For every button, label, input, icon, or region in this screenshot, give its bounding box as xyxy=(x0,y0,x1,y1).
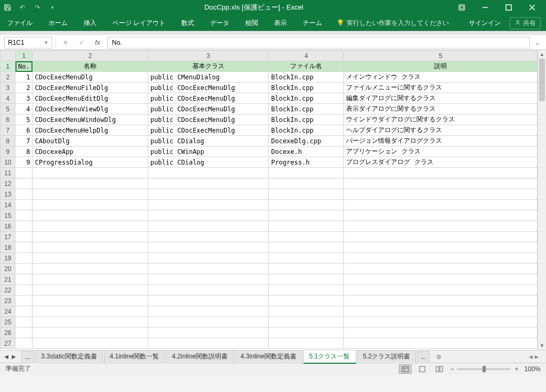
row-header[interactable]: 11 xyxy=(1,168,15,178)
cell[interactable] xyxy=(33,200,148,210)
cell[interactable] xyxy=(344,274,537,285)
cell[interactable]: CDocExecMenuFileDlg xyxy=(33,83,148,93)
cell[interactable] xyxy=(344,264,537,274)
cancel-formula-icon[interactable]: ✕ xyxy=(59,37,72,48)
cell[interactable] xyxy=(15,210,33,221)
sheet-tab[interactable]: 5.1クラス一覧 xyxy=(303,350,356,364)
scroll-down-icon[interactable]: ▼ xyxy=(538,341,546,350)
cell[interactable] xyxy=(344,189,537,200)
cell[interactable] xyxy=(15,178,33,189)
row-header[interactable]: 20 xyxy=(1,264,15,274)
cell[interactable]: public CDialog xyxy=(148,157,269,168)
cell[interactable] xyxy=(33,296,148,306)
sheet-tab[interactable]: 4.2inline関数説明書 xyxy=(166,350,234,364)
sheet-tab[interactable]: 5.2クラス説明書 xyxy=(357,350,416,364)
zoom-level[interactable]: 100% xyxy=(524,365,541,373)
cell[interactable]: public CDocExecMenuDlg xyxy=(148,93,269,104)
cell[interactable]: BlockIn.cpp xyxy=(269,83,344,93)
cell[interactable] xyxy=(269,221,344,232)
cell[interactable]: BlockIn.cpp xyxy=(269,115,344,125)
ribbon-tab-data[interactable]: データ xyxy=(208,19,231,28)
cell[interactable]: public CMenuDialog xyxy=(148,72,269,83)
cell[interactable] xyxy=(33,221,148,232)
ribbon-tab-pagelayout[interactable]: ページ レイアウト xyxy=(111,19,167,28)
cell[interactable] xyxy=(269,232,344,242)
grid-main[interactable]: 1 2 3 4 5 1 No. 名称 基本クラス ファイル名 説明 21CDoc… xyxy=(0,50,537,350)
cell[interactable] xyxy=(344,296,537,306)
cell[interactable] xyxy=(15,328,33,338)
row-header[interactable]: 14 xyxy=(1,200,15,210)
redo-icon[interactable]: ↷ xyxy=(33,3,42,12)
cell[interactable] xyxy=(33,242,148,253)
cell[interactable]: BlockIn.cpp xyxy=(269,93,344,104)
cell[interactable] xyxy=(344,285,537,296)
cell[interactable] xyxy=(148,210,269,221)
cell[interactable] xyxy=(15,200,33,210)
horizontal-scrollbar[interactable]: ◀ ▶ xyxy=(445,354,542,360)
row-header[interactable]: 16 xyxy=(1,221,15,232)
ribbon-tab-insert[interactable]: 挿入 xyxy=(82,19,98,28)
fx-icon[interactable]: fx xyxy=(91,37,104,48)
row-header[interactable]: 19 xyxy=(1,253,15,264)
cell[interactable]: ヘルプダイアログに関するクラス xyxy=(344,125,537,136)
cell[interactable] xyxy=(269,317,344,328)
cell[interactable]: public CDocExecMenuDlg xyxy=(148,83,269,93)
row-header[interactable]: 7 xyxy=(1,125,15,136)
cell[interactable]: public CDocExecMenuDlg xyxy=(148,125,269,136)
row-header[interactable]: 17 xyxy=(1,232,15,242)
ribbon-display-options-icon[interactable] xyxy=(451,1,472,14)
cell[interactable]: ファイルメニューに関するクラス xyxy=(344,83,537,93)
cell[interactable]: 表示ダイアログに関するクラス xyxy=(344,104,537,115)
cell[interactable]: CDocExecMenuHelpDlg xyxy=(33,125,148,136)
cell[interactable] xyxy=(33,189,148,200)
ribbon-tab-team[interactable]: チーム xyxy=(301,19,324,28)
cell[interactable] xyxy=(33,210,148,221)
formula-input[interactable]: No. xyxy=(107,37,530,48)
cell[interactable]: CDocexeApp xyxy=(33,146,148,157)
cell[interactable] xyxy=(15,168,33,178)
col-header[interactable]: 3 xyxy=(148,51,269,61)
page-break-view-icon[interactable] xyxy=(433,364,446,374)
zoom-thumb[interactable] xyxy=(483,366,486,372)
cell[interactable] xyxy=(15,232,33,242)
ribbon-tab-formulas[interactable]: 数式 xyxy=(180,19,196,28)
cell[interactable]: バージョン情報ダイアログクラス xyxy=(344,136,537,146)
cell[interactable] xyxy=(269,178,344,189)
cell[interactable] xyxy=(344,242,537,253)
cell[interactable] xyxy=(15,296,33,306)
row-header[interactable]: 5 xyxy=(1,104,15,115)
cell[interactable] xyxy=(33,168,148,178)
cell[interactable]: public CWinApp xyxy=(148,146,269,157)
cell[interactable] xyxy=(15,306,33,317)
scroll-up-icon[interactable]: ▲ xyxy=(538,50,546,59)
cell[interactable]: 8 xyxy=(15,146,33,157)
row-header[interactable]: 3 xyxy=(1,83,15,93)
cell[interactable] xyxy=(148,221,269,232)
col-header[interactable]: 5 xyxy=(344,51,537,61)
row-header[interactable]: 24 xyxy=(1,306,15,317)
cell[interactable] xyxy=(15,264,33,274)
cell[interactable] xyxy=(269,338,344,349)
row-header[interactable]: 26 xyxy=(1,328,15,338)
cell[interactable]: public CDocExecMenuDlg xyxy=(148,104,269,115)
sheet-tab[interactable]: 3.3static関数定義書 xyxy=(35,350,103,364)
cell[interactable] xyxy=(15,221,33,232)
cell[interactable] xyxy=(148,178,269,189)
cell[interactable] xyxy=(148,232,269,242)
ribbon-tab-file[interactable]: ファイル xyxy=(5,19,34,28)
cell[interactable] xyxy=(148,242,269,253)
cell[interactable] xyxy=(33,328,148,338)
ribbon-tab-home[interactable]: ホーム xyxy=(47,19,69,28)
cell[interactable] xyxy=(15,189,33,200)
cell[interactable] xyxy=(33,232,148,242)
ribbon-tab-view[interactable]: 表示 xyxy=(272,19,288,28)
cell[interactable] xyxy=(269,168,344,178)
cell[interactable] xyxy=(344,338,537,349)
cell[interactable] xyxy=(15,274,33,285)
sheet-tab[interactable]: 4.3inline関数定義書 xyxy=(235,350,302,364)
row-header[interactable]: 22 xyxy=(1,285,15,296)
cell[interactable] xyxy=(15,338,33,349)
cell[interactable] xyxy=(33,178,148,189)
col-header[interactable]: 2 xyxy=(33,51,148,61)
cell[interactable] xyxy=(269,189,344,200)
